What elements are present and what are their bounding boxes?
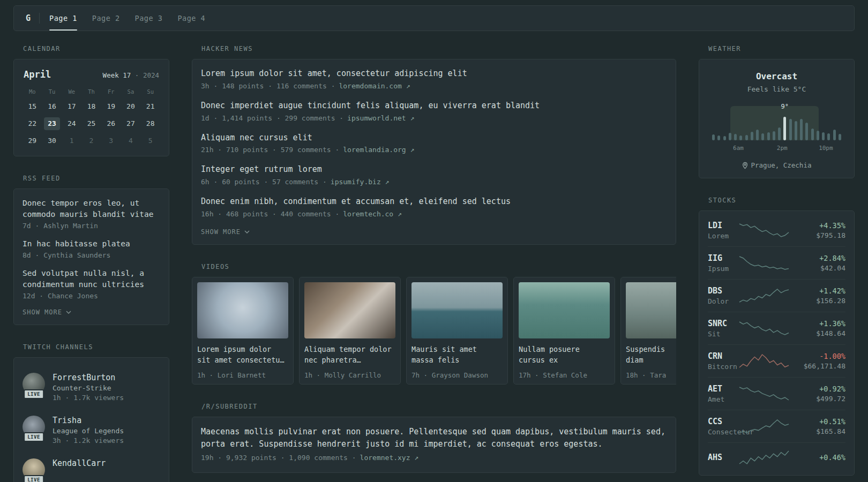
news-title[interactable]: Integer eget rutrum lorem — [201, 164, 667, 176]
twitch-channel-row[interactable]: LIVE KendallCarr — [23, 452, 160, 482]
hacker-news-card: Lorem ipsum dolor sit amet, consectetur … — [192, 59, 676, 245]
weather-feels-like: Feels like 5°C — [708, 85, 845, 93]
calendar-day: 28 — [143, 117, 159, 130]
video-thumbnail[interactable] — [197, 282, 288, 338]
chevron-down-icon — [66, 311, 71, 314]
rss-item-title[interactable]: In hac habitasse platea — [23, 238, 160, 250]
stocks-widget: STOCKS LDI Lorem +4.35% $79 — [699, 197, 855, 476]
day-of-week-label: Sa — [121, 88, 141, 95]
stock-ticker[interactable]: CRN — [708, 351, 734, 361]
twitch-channel-row[interactable]: LIVE ForrestBurton Counter-Strike 1h · 1… — [23, 366, 160, 409]
video-title[interactable]: Suspendis diam — [626, 344, 676, 366]
page-tab[interactable]: Page 2 — [92, 6, 120, 31]
news-stats: 1d · 1,414 points · 299 comments · — [201, 114, 343, 122]
news-item: Integer eget rutrum lorem 6h · 60 points… — [201, 164, 667, 186]
page-tab[interactable]: Page 3 — [135, 6, 163, 31]
weather-condition: Overcast — [708, 71, 845, 81]
news-source-link[interactable]: ipsumworld.net ↗ — [347, 114, 414, 122]
stock-ticker[interactable]: IIG — [708, 253, 734, 263]
page-tab[interactable]: Page 1 — [49, 6, 77, 31]
stock-row: SNRC Sit +1.36% $148.64 — [708, 312, 845, 344]
weather-bar — [739, 135, 742, 140]
section-label-twitch: TWITCH CHANNELS — [23, 343, 169, 351]
rss-item-title[interactable]: Donec tempor eros leo, ut commodo mauris… — [23, 198, 160, 220]
post-title[interactable]: Maecenas mollis pulvinar erat non posuer… — [201, 426, 667, 451]
live-badge: LIVE — [24, 475, 44, 482]
avatar: LIVE — [23, 416, 45, 438]
calendar-day: 2 — [83, 134, 99, 147]
video-card[interactable]: Suspendis diam 18h · Tara — [620, 277, 676, 385]
rss-show-more-button[interactable]: SHOW MORE — [23, 308, 71, 316]
news-title[interactable]: Donec enim nibh, condimentum et accumsan… — [201, 196, 667, 208]
video-card[interactable]: Nullam posuere cursus ex 17h · Stefan Co… — [513, 277, 615, 385]
channel-viewers: 3h · 1.2k viewers — [53, 436, 124, 445]
rss-item-meta: 8d · Cynthia Saunders — [23, 251, 160, 259]
channel-name[interactable]: Trisha — [53, 416, 124, 425]
stock-ticker[interactable]: AHS — [708, 453, 734, 462]
stock-change: +4.35% — [794, 221, 845, 230]
stock-identity: LDI Lorem — [708, 221, 734, 240]
stock-name: Amet — [708, 395, 734, 403]
video-title[interactable]: Mauris sit amet massa felis — [411, 344, 503, 366]
news-source-link[interactable]: loremdomain.com ↗ — [339, 82, 410, 90]
video-card[interactable]: Aliquam tempor dolor nec pharetra… 1h · … — [299, 277, 401, 385]
rss-widget: RSS FEED Donec tempor eros leo, ut commo… — [13, 175, 169, 325]
news-title[interactable]: Lorem ipsum dolor sit amet, consectetur … — [201, 68, 667, 80]
weather-bar — [827, 133, 830, 140]
stock-price: $148.64 — [794, 329, 845, 337]
post-source-link[interactable]: loremnet.xyz ↗ — [360, 454, 419, 462]
calendar-day: 20 — [123, 100, 139, 113]
video-thumbnail[interactable] — [411, 282, 503, 338]
news-source-link[interactable]: loremlandia.org ↗ — [343, 146, 414, 154]
video-meta: 1h · Lori Barnett — [197, 371, 288, 379]
video-thumbnail[interactable] — [304, 282, 395, 338]
stock-identity: IIG Ipsum — [708, 253, 734, 273]
twitch-channel-row[interactable]: LIVE Trisha League of Legends 3h · 1.2k … — [23, 409, 160, 452]
stock-ticker[interactable]: LDI — [708, 221, 734, 230]
page-tab[interactable]: Page 4 — [177, 6, 205, 31]
news-meta: 6h · 60 points · 57 comments · ipsumify.… — [201, 178, 667, 186]
stock-name: Lorem — [708, 232, 734, 240]
channel-info: Trisha League of Legends 3h · 1.2k viewe… — [53, 416, 124, 445]
video-thumbnail[interactable] — [626, 282, 676, 338]
video-meta: 17h · Stefan Cole — [519, 371, 610, 379]
news-title[interactable]: Aliquam nec cursus elit — [201, 132, 667, 144]
rss-item-title[interactable]: Sed volutpat nulla nisl, a condimentum n… — [23, 268, 160, 290]
video-title[interactable]: Aliquam tempor dolor nec pharetra… — [304, 344, 395, 366]
hacker-news-show-more-button[interactable]: SHOW MORE — [201, 228, 250, 236]
channel-name[interactable]: KendallCarr — [53, 458, 106, 468]
stock-ticker[interactable]: CCS — [708, 417, 734, 426]
stock-ticker[interactable]: DBS — [708, 286, 734, 296]
calendar-card: April Week 17 · 2024 MoTuWeThFrSaSu 1516… — [13, 59, 169, 156]
news-source-link[interactable]: ipsumify.biz ↗ — [331, 178, 390, 186]
stock-ticker[interactable]: AET — [708, 384, 734, 394]
subreddit-card: Maecenas mollis pulvinar erat non posuer… — [192, 417, 676, 473]
video-title[interactable]: Lorem ipsum dolor sit amet consectetu… — [197, 344, 288, 366]
calendar-day: 1 — [64, 134, 80, 147]
logo[interactable]: G — [26, 13, 31, 23]
news-stats: 3h · 148 points · 116 comments · — [201, 82, 335, 90]
calendar-month: April — [24, 69, 51, 80]
video-meta: 18h · Tara — [626, 371, 676, 379]
video-title[interactable]: Nullam posuere cursus ex — [519, 344, 610, 366]
stock-name: Consectetur — [708, 428, 734, 436]
location-pin-icon — [742, 162, 748, 169]
stock-change: +1.36% — [794, 319, 845, 328]
stock-sparkline — [739, 418, 789, 434]
stock-values: +1.42% $156.28 — [794, 287, 845, 305]
video-thumbnail[interactable] — [519, 282, 610, 338]
time-label: 2pm — [777, 145, 788, 152]
stock-ticker[interactable]: SNRC — [708, 319, 734, 328]
video-card[interactable]: Mauris sit amet massa felis 7h · Grayson… — [406, 277, 508, 385]
calendar-day: 5 — [143, 134, 159, 147]
channel-name[interactable]: ForrestBurton — [53, 373, 124, 382]
stock-sparkline — [739, 449, 789, 465]
calendar-header: April Week 17 · 2024 — [24, 69, 159, 80]
video-card[interactable]: Lorem ipsum dolor sit amet consectetu… 1… — [192, 277, 294, 385]
calendar-day: 24 — [64, 117, 80, 130]
weather-location: Prague, Czechia — [708, 161, 845, 169]
news-title[interactable]: Donec imperdiet augue tincidunt felis al… — [201, 100, 667, 112]
hacker-news-list: Lorem ipsum dolor sit amet, consectetur … — [201, 68, 667, 218]
news-source-link[interactable]: loremtech.co ↗ — [343, 210, 402, 218]
stock-price: $165.84 — [794, 427, 845, 435]
